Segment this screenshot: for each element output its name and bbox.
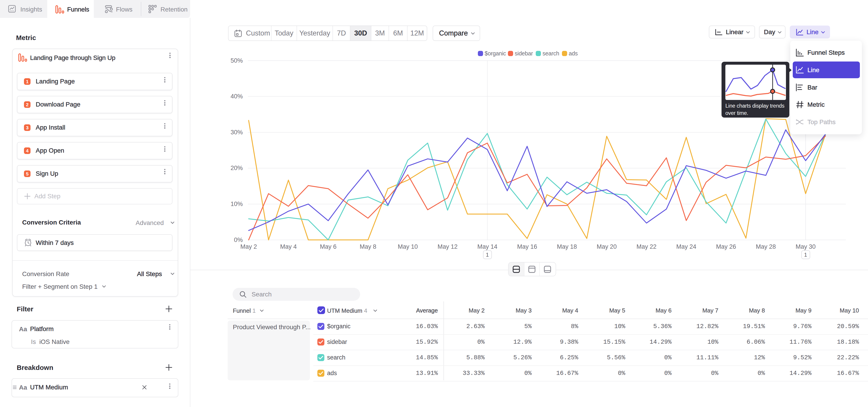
svg-text:May 20: May 20 <box>597 243 617 250</box>
svg-text:May 4: May 4 <box>280 243 297 250</box>
svg-text:May 28: May 28 <box>756 243 776 250</box>
svg-text:May 22: May 22 <box>637 243 657 250</box>
svg-text:10%: 10% <box>230 200 243 207</box>
svg-text:May 10: May 10 <box>398 243 418 250</box>
svg-text:1: 1 <box>804 252 807 258</box>
svg-text:May 24: May 24 <box>676 243 696 250</box>
svg-text:May 26: May 26 <box>716 243 736 250</box>
svg-text:May 16: May 16 <box>517 243 537 250</box>
svg-text:May 2: May 2 <box>240 243 257 250</box>
svg-text:50%: 50% <box>230 57 243 64</box>
svg-text:20%: 20% <box>230 165 243 171</box>
svg-text:0%: 0% <box>234 237 243 243</box>
svg-text:May 18: May 18 <box>557 243 577 250</box>
svg-text:May 8: May 8 <box>360 243 376 250</box>
svg-text:May 14: May 14 <box>477 243 498 250</box>
svg-text:May 6: May 6 <box>320 243 337 250</box>
svg-text:1: 1 <box>486 252 489 258</box>
svg-text:40%: 40% <box>230 93 243 100</box>
svg-text:May 12: May 12 <box>438 243 458 250</box>
svg-text:May 30: May 30 <box>796 243 816 250</box>
svg-text:30%: 30% <box>230 129 243 136</box>
